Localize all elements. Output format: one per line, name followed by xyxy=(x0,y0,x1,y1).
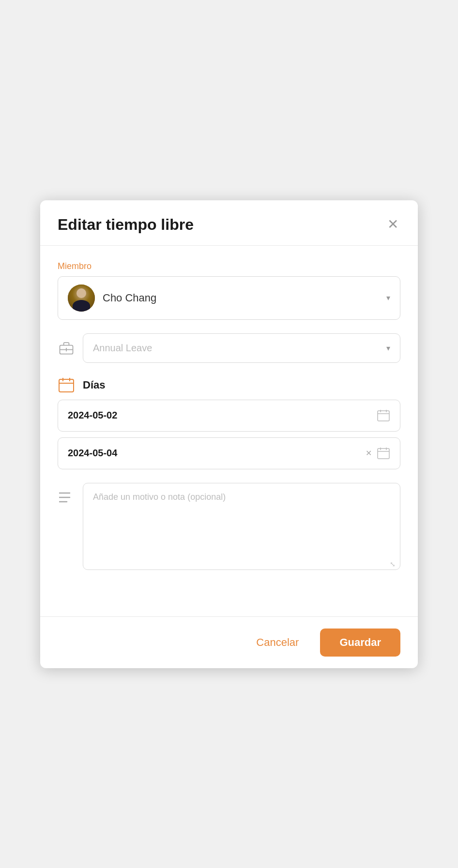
modal-container: Editar tiempo libre ✕ Miembro Cho Chang … xyxy=(40,200,418,668)
notes-textarea[interactable] xyxy=(83,483,400,570)
date-fields: 2024-05-02 2024-05-04 ✕ xyxy=(58,400,400,469)
start-date-calendar-icon[interactable] xyxy=(377,409,390,422)
close-button[interactable]: ✕ xyxy=(385,216,400,233)
end-date-clear-icon[interactable]: ✕ xyxy=(366,449,372,458)
notes-section: ⤡ xyxy=(58,483,400,572)
member-field-group: Miembro Cho Chang ▾ xyxy=(58,261,400,320)
notes-textarea-wrapper: ⤡ xyxy=(83,483,400,572)
modal-header: Editar tiempo libre ✕ xyxy=(40,200,418,246)
chevron-down-icon: ▾ xyxy=(386,293,390,302)
calendar-icon-wrapper xyxy=(58,376,75,394)
modal-body: Miembro Cho Chang ▾ xyxy=(40,246,418,616)
member-label: Miembro xyxy=(58,261,400,271)
member-name: Cho Chang xyxy=(103,292,386,304)
notes-icon-wrapper xyxy=(58,483,75,504)
leave-type-icon-wrapper xyxy=(58,338,75,358)
page-background: Editar tiempo libre ✕ Miembro Cho Chang … xyxy=(0,0,458,868)
leave-type-row: Annual Leave ▾ xyxy=(58,333,400,363)
days-label-row: Días xyxy=(58,376,400,394)
leave-type-value: Annual Leave xyxy=(93,343,386,354)
end-date-calendar-icon[interactable] xyxy=(377,447,390,460)
save-button[interactable]: Guardar xyxy=(320,629,400,657)
svg-rect-11 xyxy=(378,449,389,459)
days-label: Días xyxy=(83,379,105,391)
start-date-value: 2024-05-02 xyxy=(68,410,377,421)
modal-title: Editar tiempo libre xyxy=(58,216,194,234)
leave-type-select[interactable]: Annual Leave ▾ xyxy=(83,333,400,363)
start-date-input[interactable]: 2024-05-02 xyxy=(58,400,400,432)
close-icon: ✕ xyxy=(387,218,398,231)
end-date-input[interactable]: 2024-05-04 ✕ xyxy=(58,437,400,469)
member-avatar xyxy=(68,284,95,312)
calendar-icon xyxy=(58,376,75,394)
svg-rect-7 xyxy=(378,411,389,421)
svg-rect-3 xyxy=(59,379,74,392)
member-select-dropdown[interactable]: Cho Chang ▾ xyxy=(58,276,400,320)
leave-type-chevron-icon: ▾ xyxy=(386,344,390,353)
resize-icon: ⤡ xyxy=(390,560,396,568)
modal-footer: Cancelar Guardar xyxy=(40,616,418,668)
avatar-image xyxy=(68,284,95,312)
days-section: Días 2024-05-02 xyxy=(58,376,400,469)
lines-icon xyxy=(59,492,74,504)
end-date-value: 2024-05-04 xyxy=(68,448,366,459)
spacer xyxy=(58,572,400,601)
briefcase-icon xyxy=(58,338,75,358)
cancel-button[interactable]: Cancelar xyxy=(246,630,308,655)
